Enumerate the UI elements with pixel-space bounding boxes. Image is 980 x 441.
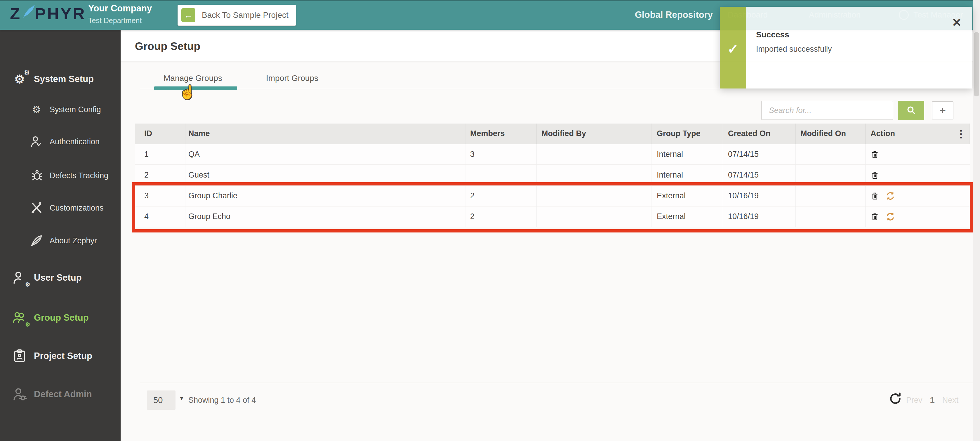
back-to-sample-project-button[interactable]: ← Back To Sample Project: [178, 5, 296, 26]
sidebar-label: System Config: [49, 105, 101, 114]
trash-icon: [870, 191, 879, 201]
person-bug-icon: [11, 386, 28, 403]
cell-created-on: 10/16/19: [723, 207, 796, 227]
delete-group-button[interactable]: [870, 191, 879, 201]
crossed-tools-icon: [29, 201, 44, 215]
global-repository-label: Global Repository: [635, 0, 713, 30]
tab-manage-groups[interactable]: Manage Groups: [164, 73, 222, 83]
cell-name: Group Echo: [185, 207, 466, 227]
person-check-icon: [29, 134, 44, 149]
sidebar-item-authentication[interactable]: Authentication: [29, 134, 100, 149]
trash-icon: [870, 150, 879, 159]
trash-icon: [870, 170, 879, 180]
back-button-label: Back To Sample Project: [202, 11, 288, 20]
cell-group-type: Internal: [652, 165, 723, 185]
logo-letters-phyr: PHYR: [35, 4, 86, 23]
person-gear-icon: ⚙: [11, 269, 28, 286]
cell-members: [466, 165, 537, 185]
company-block: Your Company Test Department: [88, 3, 152, 25]
sidebar-item-system-setup[interactable]: ⚙ ⚙ System Setup: [11, 71, 94, 88]
sidebar-item-defect-admin[interactable]: Defect Admin: [11, 386, 92, 403]
sync-icon: [886, 212, 895, 221]
cell-modified-by: [537, 186, 652, 206]
sidebar-item-defects-tracking[interactable]: Defects Tracking: [29, 168, 108, 183]
sidebar-item-group-setup[interactable]: ⚙ Group Setup: [11, 309, 89, 326]
cell-action: [866, 165, 970, 185]
refresh-icon: [889, 392, 902, 405]
sidebar-item-customizations[interactable]: Customizations: [29, 201, 103, 215]
delete-group-button[interactable]: [870, 170, 879, 180]
sidebar-label: Customizations: [49, 204, 103, 213]
column-header-members[interactable]: Members: [466, 124, 537, 144]
sync-group-button[interactable]: [886, 191, 895, 201]
sidebar-label: Group Setup: [34, 312, 89, 323]
page-size-select[interactable]: 50: [147, 390, 175, 410]
cell-created-on: 07/14/15: [723, 144, 796, 164]
vertical-scrollbar[interactable]: [973, 0, 980, 441]
column-options-kebab-icon[interactable]: ⋮: [956, 129, 966, 138]
page-title: Group Setup: [135, 40, 200, 53]
pagination-status: Showing 1 to 4 of 4: [188, 390, 256, 410]
people-gear-icon: ⚙: [11, 309, 28, 326]
search-input[interactable]: [761, 101, 893, 120]
table-header-row: ID Name Members Modified By Group Type C…: [135, 124, 970, 144]
toast-title: Success: [756, 30, 972, 40]
prev-page-button[interactable]: Prev: [906, 396, 923, 405]
table-row[interactable]: 3 Group Charlie 2 External 10/16/19: [135, 185, 970, 206]
sync-icon: [886, 191, 895, 201]
app-window: Z PHYR Your Company Test Department ← Ba…: [0, 0, 980, 441]
success-toast: ✓ Success Imported successfully ✕: [720, 7, 972, 89]
logo-letter-z: Z: [10, 4, 21, 23]
cell-id: 2: [135, 165, 185, 185]
sidebar-label: Defects Tracking: [49, 171, 108, 180]
bug-icon: [29, 168, 44, 183]
cell-members: 2: [466, 186, 537, 206]
cell-action: [866, 207, 970, 227]
tab-import-groups[interactable]: Import Groups: [266, 73, 318, 83]
sidebar-item-about-zephyr[interactable]: About Zephyr: [29, 233, 97, 248]
table-refresh-button[interactable]: [889, 392, 902, 405]
scrollbar-thumb[interactable]: [974, 32, 979, 96]
search-icon: [906, 105, 916, 116]
column-header-created-on[interactable]: Created On: [723, 124, 796, 144]
gear-icon: ⚙: [29, 102, 44, 117]
sidebar-item-project-setup[interactable]: Project Setup: [11, 347, 92, 365]
zephyr-logo: Z PHYR: [10, 4, 86, 23]
feather-icon: [29, 233, 44, 248]
column-header-id[interactable]: ID: [135, 124, 185, 144]
sync-group-button[interactable]: [886, 212, 895, 221]
sidebar-label: System Setup: [34, 74, 94, 84]
groups-table: ID Name Members Modified By Group Type C…: [135, 124, 970, 227]
toast-status-bar: ✓: [720, 7, 746, 89]
page-size-value: 50: [153, 395, 163, 405]
table-row[interactable]: 2 Guest Internal 07/14/15: [135, 164, 970, 185]
cell-name: QA: [185, 144, 466, 164]
cell-group-type: External: [652, 207, 723, 227]
current-page-number[interactable]: 1: [930, 395, 935, 405]
cell-members: 3: [466, 144, 537, 164]
toast-message: Imported successfully: [756, 45, 972, 54]
cell-id: 3: [135, 186, 185, 206]
back-arrow-icon: ←: [181, 8, 196, 22]
close-icon[interactable]: ✕: [952, 17, 962, 28]
table-row[interactable]: 4 Group Echo 2 External 10/16/19: [135, 206, 970, 227]
admin-sidebar: ⚙ ⚙ System Setup ⚙ System Config Authent…: [0, 30, 121, 441]
search-button[interactable]: [898, 101, 924, 120]
delete-group-button[interactable]: [870, 212, 879, 221]
column-header-name[interactable]: Name: [185, 124, 466, 144]
column-header-group-type[interactable]: Group Type: [652, 124, 723, 144]
add-group-button[interactable]: +: [932, 101, 953, 119]
column-header-modified-by[interactable]: Modified By: [537, 124, 652, 144]
cell-modified-on: [796, 186, 866, 206]
cell-name: Guest: [185, 165, 466, 185]
cell-created-on: 07/14/15: [723, 165, 796, 185]
next-page-button[interactable]: Next: [942, 396, 959, 405]
table-row[interactable]: 1 QA 3 Internal 07/14/15: [135, 144, 970, 164]
sidebar-item-user-setup[interactable]: ⚙ User Setup: [11, 269, 82, 286]
footer-divider: [140, 382, 974, 383]
sidebar-item-system-config[interactable]: ⚙ System Config: [29, 102, 101, 117]
delete-group-button[interactable]: [870, 150, 879, 159]
caret-down-icon[interactable]: ▼: [179, 395, 184, 401]
column-header-modified-on[interactable]: Modified On: [796, 124, 866, 144]
sidebar-label: Authentication: [49, 137, 100, 146]
